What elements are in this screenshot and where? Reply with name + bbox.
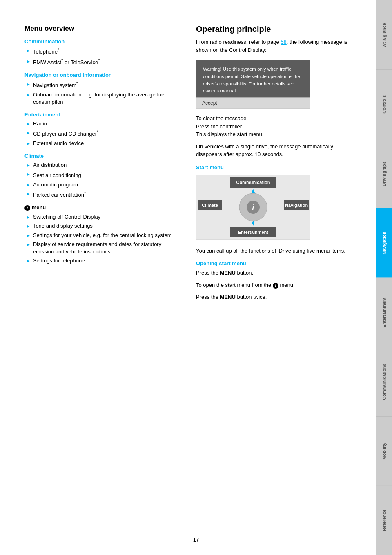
item-text: External audio device bbox=[33, 140, 84, 147]
entertainment-heading: Entertainment bbox=[24, 112, 180, 118]
item-text: Seat air conditioning* bbox=[33, 170, 83, 179]
item-text: Switching off Control Display bbox=[33, 213, 100, 221]
arrow-icon: ► bbox=[26, 121, 31, 127]
arrow-icon: ► bbox=[26, 233, 31, 239]
list-item: ► Display of service requirements and da… bbox=[26, 241, 180, 255]
communication-list: ► Telephone* ► BMW Assist* or TeleServic… bbox=[26, 47, 180, 66]
item-text: Parked car ventilation* bbox=[33, 190, 86, 199]
info-icon-inline: i bbox=[273, 283, 278, 289]
warning-box-image: Warning! Use this system only when traff… bbox=[196, 60, 310, 109]
start-menu-title: Start menu bbox=[196, 164, 360, 170]
sidebar-tabs: At a glance Controls Driving tips Naviga… bbox=[376, 0, 392, 555]
list-item: ► External audio device bbox=[26, 140, 180, 147]
tab-communications[interactable]: Communications bbox=[376, 347, 392, 416]
operating-principle-title: Operating principle bbox=[196, 25, 360, 34]
item-text: Automatic program bbox=[33, 181, 78, 188]
arrow-icon: ► bbox=[26, 58, 31, 65]
list-item: ► Settings for telephone bbox=[26, 257, 180, 264]
tab-reference[interactable]: Reference bbox=[376, 486, 392, 555]
page-number: 17 bbox=[193, 537, 199, 543]
entertainment-section: Entertainment ► Radio ► CD player and CD… bbox=[24, 112, 180, 147]
tab-controls[interactable]: Controls bbox=[376, 69, 392, 139]
tab-at-a-glance[interactable]: At a glance bbox=[376, 0, 392, 69]
idrive-caption: You can call up all the functions of iDr… bbox=[196, 247, 360, 255]
svg-text:Climate: Climate bbox=[202, 203, 218, 208]
arrow-icon: ► bbox=[26, 242, 31, 248]
arrow-icon: ► bbox=[26, 223, 31, 229]
item-text: Air distribution bbox=[33, 161, 67, 169]
list-item: ► Onboard information, e.g. for displayi… bbox=[26, 91, 180, 106]
tab-driving-tips[interactable]: Driving tips bbox=[376, 139, 392, 208]
single-drive-note: On vehicles with a single drive, the mes… bbox=[196, 143, 360, 159]
step-3-text: Press the MENU button twice. bbox=[196, 293, 360, 301]
imenu-section: i menu ► Switching off Control Display ►… bbox=[24, 204, 180, 264]
arrow-icon: ► bbox=[26, 162, 31, 168]
climate-section: Climate ► Air distribution ► Seat air co… bbox=[24, 153, 180, 199]
step-2-text: To open the start menu from the i menu: bbox=[196, 281, 360, 289]
imenu-list: ► Switching off Control Display ► Tone a… bbox=[26, 213, 180, 264]
item-text: Settings for your vehicle, e.g. for the … bbox=[33, 232, 172, 239]
item-text: Tone and display settings bbox=[33, 222, 93, 230]
imenu-heading: i menu bbox=[24, 204, 180, 211]
arrow-icon: ► bbox=[26, 141, 31, 147]
list-item: ► Switching off Control Display bbox=[26, 213, 180, 221]
item-text: BMW Assist* or TeleService* bbox=[33, 58, 100, 67]
item-text: Settings for telephone bbox=[33, 257, 85, 264]
tab-navigation[interactable]: Navigation bbox=[376, 208, 392, 278]
communication-section: Communication ► Telephone* ► BMW Assist*… bbox=[24, 38, 180, 66]
arrow-icon: ► bbox=[26, 130, 31, 136]
page-ref-link[interactable]: 58 bbox=[281, 39, 286, 45]
arrow-icon: ► bbox=[26, 182, 31, 188]
arrow-icon: ► bbox=[26, 171, 31, 177]
arrow-icon: ► bbox=[26, 81, 31, 87]
arrow-icon: ► bbox=[26, 92, 31, 98]
list-item: ► Navigation system* bbox=[26, 81, 180, 90]
tab-mobility[interactable]: Mobility bbox=[376, 416, 392, 486]
climate-list: ► Air distribution ► Seat air conditioni… bbox=[26, 161, 180, 199]
svg-text:Communication: Communication bbox=[236, 180, 270, 185]
navigation-list: ► Navigation system* ► Onboard informati… bbox=[26, 81, 180, 106]
item-text: Onboard information, e.g. for displaying… bbox=[33, 91, 180, 106]
navigation-heading: Navigation or onboard information bbox=[24, 72, 180, 78]
idrive-diagram: Climate Navigation Communication Enterta… bbox=[196, 175, 310, 240]
item-text: CD player and CD changer* bbox=[33, 129, 98, 138]
list-item: ► Settings for your vehicle, e.g. for th… bbox=[26, 232, 180, 239]
arrow-icon: ► bbox=[26, 48, 31, 54]
navigation-section: Navigation or onboard information ► Navi… bbox=[24, 72, 180, 106]
opening-start-menu-title: Opening start menu bbox=[196, 260, 360, 266]
climate-heading: Climate bbox=[24, 153, 180, 159]
op-intro-text: From radio readiness, refer to page 58, … bbox=[196, 38, 360, 54]
list-item: ► Automatic program bbox=[26, 181, 180, 188]
arrow-icon: ► bbox=[26, 191, 31, 197]
accept-button[interactable]: Accept bbox=[196, 97, 310, 108]
item-text: Radio bbox=[33, 120, 47, 128]
svg-text:Entertainment: Entertainment bbox=[238, 230, 268, 235]
item-text: Display of service requirements and date… bbox=[33, 241, 180, 255]
list-item: ► Seat air conditioning* bbox=[26, 170, 180, 179]
step-1-text: Press the MENU button. bbox=[196, 269, 360, 277]
list-item: ► Tone and display settings bbox=[26, 222, 180, 230]
imenu-label: menu bbox=[32, 204, 46, 210]
list-item: ► Telephone* bbox=[26, 47, 180, 56]
list-item: ► Parked car ventilation* bbox=[26, 190, 180, 199]
clear-message-text: To clear the message: Press the controll… bbox=[196, 114, 360, 139]
menu-overview-title: Menu overview bbox=[24, 25, 180, 33]
entertainment-list: ► Radio ► CD player and CD changer* ► Ex… bbox=[26, 120, 180, 147]
item-text: Telephone* bbox=[33, 47, 59, 56]
list-item: ► Radio bbox=[26, 120, 180, 128]
tab-entertainment[interactable]: Entertainment bbox=[376, 278, 392, 347]
info-icon: i bbox=[24, 205, 30, 211]
list-item: ► CD player and CD changer* bbox=[26, 129, 180, 138]
arrow-icon: ► bbox=[26, 214, 31, 220]
list-item: ► BMW Assist* or TeleService* bbox=[26, 58, 180, 67]
warning-text: Warning! Use this system only when traff… bbox=[196, 60, 310, 97]
item-text: Navigation system* bbox=[33, 81, 78, 90]
arrow-icon: ► bbox=[26, 258, 31, 264]
svg-text:Navigation: Navigation bbox=[285, 203, 308, 208]
list-item: ► Air distribution bbox=[26, 161, 180, 169]
communication-heading: Communication bbox=[24, 38, 180, 45]
